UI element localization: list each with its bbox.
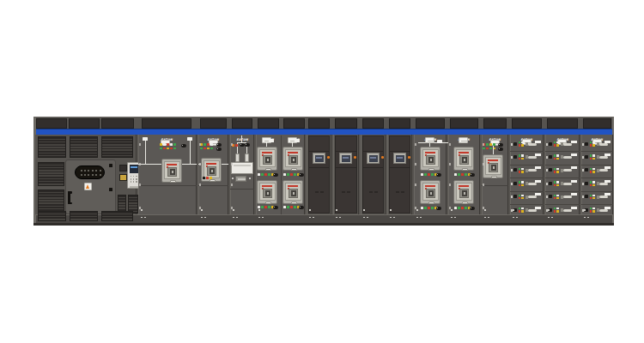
bucket-indicator-light bbox=[592, 197, 594, 199]
bucket-indicator-light bbox=[590, 197, 592, 199]
mcc-bucket bbox=[510, 166, 544, 178]
grille-hole bbox=[84, 174, 86, 176]
warning-label bbox=[84, 183, 92, 190]
meter-window bbox=[238, 178, 246, 181]
indicator-light bbox=[283, 206, 286, 208]
mimic-bus-line bbox=[493, 146, 494, 154]
breaker-handle-lever bbox=[599, 169, 608, 172]
bucket-indicator-light bbox=[519, 181, 520, 183]
bucket-label bbox=[535, 193, 541, 196]
hinge-dot bbox=[483, 143, 484, 146]
drive-vent bbox=[396, 191, 399, 193]
breaker-handle bbox=[462, 202, 468, 204]
bucket-indicator-light bbox=[521, 184, 523, 186]
brand-logo: EATON bbox=[362, 129, 384, 135]
hinge-dot bbox=[199, 163, 201, 165]
breaker-mechanism-mark bbox=[430, 192, 432, 196]
bucket-indicator-light bbox=[554, 141, 556, 143]
indicator-light bbox=[163, 143, 166, 146]
hinge-dot bbox=[546, 156, 548, 159]
breaker-handle bbox=[170, 180, 176, 183]
door-seam bbox=[309, 167, 329, 168]
control-button bbox=[498, 143, 503, 147]
breaker-handle-lever bbox=[599, 143, 608, 146]
indicator-light bbox=[261, 173, 264, 176]
bucket-indicator-light bbox=[592, 184, 594, 186]
hmi-key bbox=[136, 176, 137, 177]
hmi-key bbox=[131, 176, 131, 177]
drive-display bbox=[393, 153, 406, 164]
bucket-indicator-light bbox=[521, 210, 523, 212]
grille-hole bbox=[84, 170, 86, 172]
door-bolt bbox=[109, 188, 112, 191]
door-seam bbox=[309, 151, 329, 152]
mimic-bus-line bbox=[190, 141, 191, 165]
door-seam bbox=[198, 185, 228, 186]
bucket-indicator-light bbox=[554, 208, 556, 209]
mimic-junction bbox=[437, 140, 442, 143]
bucket-divider bbox=[545, 165, 580, 165]
plinth-marker bbox=[233, 217, 234, 219]
indicator-light bbox=[258, 173, 260, 176]
mcc-bucket bbox=[581, 166, 613, 178]
hinge-dot bbox=[199, 184, 201, 186]
bucket-indicator-light bbox=[590, 141, 592, 143]
door-seam bbox=[482, 185, 508, 186]
scene: EATONEATONEATONEATONEATONEATONEATONEATON… bbox=[0, 0, 644, 343]
breaker-handle-lever bbox=[528, 143, 537, 146]
bucket-indicator-light bbox=[590, 184, 592, 186]
brand-logo: EATON bbox=[547, 129, 578, 135]
bucket-indicator-light bbox=[590, 144, 592, 146]
breaker-rating-label bbox=[425, 152, 435, 153]
indicator-light bbox=[210, 177, 212, 179]
bucket-indicator-light bbox=[590, 181, 592, 183]
bucket-indicator-light bbox=[521, 141, 523, 143]
bucket-label bbox=[571, 141, 577, 143]
grille-hole bbox=[88, 170, 89, 172]
breaker-handle bbox=[265, 202, 271, 204]
indicator-light bbox=[290, 173, 293, 176]
plinth-marker bbox=[144, 217, 146, 219]
brand-logo: EATON bbox=[200, 129, 227, 135]
indicator-light bbox=[264, 173, 267, 176]
hinge-dot bbox=[415, 163, 416, 165]
breaker-handle-lever bbox=[599, 156, 608, 159]
lineup-base bbox=[33, 223, 614, 226]
brand-logo: EATON bbox=[416, 129, 445, 135]
bucket-divider bbox=[545, 178, 580, 178]
hinge-dot bbox=[231, 143, 233, 146]
plinth-marker bbox=[363, 217, 365, 219]
roof-vent-panel bbox=[101, 118, 134, 129]
button-dot bbox=[300, 174, 301, 175]
indicator-light bbox=[268, 206, 270, 208]
drive-vent bbox=[347, 191, 350, 193]
breaker-rating-label bbox=[262, 185, 272, 187]
bucket-label bbox=[605, 166, 611, 169]
bucket-indicator-light bbox=[519, 158, 520, 159]
breaker-handle bbox=[291, 168, 297, 171]
mcc-bucket bbox=[545, 206, 580, 217]
mimic-junction bbox=[269, 139, 274, 142]
hinge-dot bbox=[231, 163, 233, 165]
drawout-circuit-breaker bbox=[283, 147, 303, 171]
indicator-block bbox=[119, 165, 127, 172]
plinth-marker bbox=[367, 217, 368, 219]
drawout-circuit-breaker bbox=[257, 147, 277, 171]
bucket-button bbox=[549, 182, 552, 185]
hinge-dot bbox=[449, 143, 451, 146]
bucket-divider bbox=[581, 165, 613, 165]
door-seam bbox=[363, 151, 383, 152]
bucket-indicator-light bbox=[592, 158, 594, 159]
plinth-marker bbox=[516, 217, 518, 219]
grille-hole bbox=[92, 170, 94, 172]
indicator-light bbox=[235, 144, 238, 147]
indicator-light bbox=[207, 143, 210, 146]
hmi-screen-bar bbox=[131, 166, 138, 168]
bucket-button bbox=[549, 155, 552, 159]
section-divider bbox=[281, 135, 282, 214]
grille-hole bbox=[81, 174, 82, 176]
roof-vent-panel bbox=[142, 118, 191, 129]
louver-vent bbox=[70, 136, 98, 158]
button-dot bbox=[217, 144, 218, 145]
brand-logo: EATON bbox=[512, 129, 542, 135]
